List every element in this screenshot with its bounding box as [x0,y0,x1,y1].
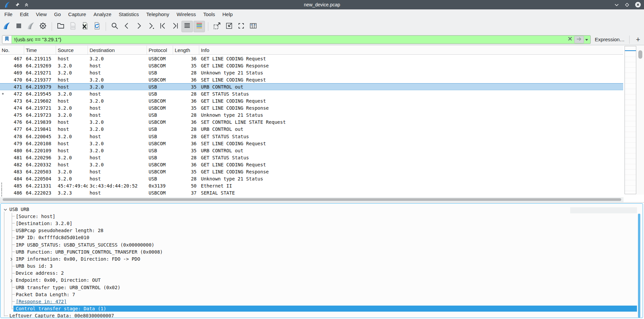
menu-view[interactable]: View [32,10,50,18]
vscrollbar-thumb[interactable] [638,50,642,59]
column-header-time[interactable]: Time [24,46,56,54]
zoom-in-button[interactable] [211,21,223,32]
detail-field[interactable]: URB Function: URB_FUNCTION_CONTROL_TRANS… [16,249,163,255]
column-header-no[interactable]: No. [0,46,24,54]
colorize-button[interactable] [194,21,205,32]
detail-row[interactable]: IRP USBD_STATUS: USBD_STATUS_SUCCESS (0x… [1,241,643,248]
packet-list-hscrollbar[interactable] [0,197,624,202]
close-file-button[interactable] [79,21,91,32]
column-header-proto[interactable]: Protocol [147,46,173,54]
detail-field[interactable]: IRP information: 0x00, Direction: FDO ->… [16,256,140,262]
detail-field[interactable]: Leftover Capture Data: 00e80300000007 [9,313,114,318]
last-packet-button[interactable] [169,21,181,32]
detail-row[interactable]: Packet Data Length: 7 [1,291,643,298]
menu-help[interactable]: Help [219,10,236,18]
detail-row[interactable]: Leftover Capture Data: 00e80300000007 [1,312,643,318]
packet-row[interactable]: 47564.2197233.2.0hostUSB28Unknown type 2… [0,112,623,119]
detail-row[interactable]: USB URB [1,206,643,213]
detail-row[interactable]: Endpoint: 0x00, Direction: OUT [1,277,643,284]
detail-field[interactable]: IRP USBD_STATUS: USBD_STATUS_SUCCESS (0x… [16,242,154,248]
pin-icon[interactable] [15,2,20,7]
packet-row[interactable]: 48364.2205033.2.0hostUSBCOM35GET LINE CO… [0,168,623,175]
packet-list-minimap[interactable] [625,46,636,194]
detail-row[interactable]: IRP information: 0x00, Direction: FDO ->… [1,255,643,262]
column-header-info[interactable]: Info [199,46,623,54]
save-file-button[interactable] [67,21,78,32]
detail-field[interactable]: [Destination: 3.2.0] [16,221,72,226]
detail-row[interactable]: Device address: 2 [1,270,643,277]
go-to-packet-button[interactable] [145,21,157,32]
packet-row[interactable]: 48264.220332host3.2.0USBCOM36GET LINE CO… [0,161,623,168]
detail-field[interactable]: URB transfer type: URB_CONTROL (0x02) [16,285,120,290]
detail-row[interactable]: IRP ID: 0xffffdc8d5d01e010 [1,234,643,241]
chevron-right-icon[interactable] [9,257,13,261]
auto-scroll-button[interactable] [181,21,193,32]
display-filter-input[interactable]: !(usb.src == "3.29.1") [12,37,566,42]
packet-row[interactable]: 46964.2192713.2.0hostUSB28Unknown type 2… [0,69,623,76]
packet-row[interactable]: 48064.220109host3.2.0USB35URB_CONTROL ou… [0,147,623,154]
detail-field[interactable]: [Source: host] [16,214,55,219]
detail-field[interactable]: Device address: 2 [16,270,64,276]
maximize-button[interactable] [625,2,630,7]
close-button[interactable] [635,1,641,8]
resize-columns-button[interactable] [248,21,259,32]
stop-capture-button[interactable] [13,21,24,32]
chevron-right-icon[interactable] [9,278,13,282]
packet-row[interactable]: 48664.2220233.2.3hostUSBCOM37SERIAL STAT… [0,190,623,197]
detail-field[interactable]: Endpoint: 0x00, Direction: OUT [16,277,101,283]
hscrollbar-thumb[interactable] [3,198,621,201]
go-forward-button[interactable] [133,21,145,32]
add-filter-button[interactable]: + [634,35,642,44]
column-header-len[interactable]: Length [173,46,199,54]
find-packet-button[interactable] [109,21,120,32]
detail-row[interactable]: URB transfer type: URB_CONTROL (0x02) [1,284,643,291]
restart-capture-button[interactable] [25,21,37,32]
menu-edit[interactable]: Edit [16,10,32,18]
filter-bookmark-button[interactable] [2,36,12,44]
menu-analyze[interactable]: Analyze [90,10,115,18]
zoom-out-button[interactable] [223,21,235,32]
packet-list-header[interactable]: No.TimeSourceDestinationProtocolLengthIn… [0,46,623,55]
packet-row[interactable]: 46764.219115host3.2.0USBCOM36GET LINE CO… [0,55,623,62]
packet-row[interactable]: 47064.219377host3.2.0USBCOM36SET LINE CO… [0,76,623,83]
packet-row[interactable]: 47664.219839host3.2.0USBCOM36SET CONTROL… [0,119,623,126]
menu-file[interactable]: File [1,10,16,18]
packet-row[interactable]: 47364.219602host3.2.0USBCOM36GET LINE CO… [0,98,623,105]
packet-row[interactable]: 47164.219379host3.2.0USB35URB_CONTROL ou… [0,83,623,90]
packet-row[interactable]: 48564.22133145:47:49:4d…3c:43:4d:44:20:5… [0,182,623,190]
column-header-dst[interactable]: Destination [88,46,147,54]
normal-size-button[interactable] [235,21,247,32]
packet-row[interactable]: 47264.2195453.2.0hostUSB28GET STATUS Sta… [0,90,623,97]
detail-field[interactable]: Packet Data Length: 7 [16,292,75,297]
packet-row[interactable]: 47964.220108host3.2.0USBCOM36SET LINE CO… [0,140,623,147]
packet-row[interactable]: 47464.2197213.2.0hostUSBCOM35GET LINE CO… [0,105,623,112]
chevron-down-icon[interactable] [3,207,7,211]
packet-row[interactable]: 47764.219841host3.2.0USB28URB_CONTROL ou… [0,126,623,133]
menu-telephony[interactable]: Telephony [143,10,173,18]
start-capture-button[interactable] [1,21,12,32]
go-back-button[interactable] [121,21,132,32]
detail-row[interactable]: URB bus id: 3 [1,263,643,270]
packet-row[interactable]: 47864.2200453.2.0hostUSB28GET STATUS Sta… [0,133,623,140]
shade-up-icon[interactable] [24,2,29,7]
detail-field[interactable]: USBPcap pseudoheader length: 28 [16,228,103,233]
detail-vscrollbar-thumb[interactable] [638,214,640,318]
filter-apply-button[interactable] [574,36,584,43]
detail-link-field[interactable]: [Response in: 472] [16,299,67,304]
packet-list-vscrollbar[interactable] [637,46,644,195]
detail-row[interactable]: URB Function: URB_FUNCTION_CONTROL_TRANS… [1,248,643,255]
capture-options-button[interactable] [37,21,49,32]
packet-row[interactable]: 46864.2192693.2.0hostUSBCOM35GET LINE CO… [0,62,623,69]
display-filter-field[interactable]: !(usb.src == "3.29.1") [2,35,591,44]
first-packet-button[interactable] [157,21,169,32]
menu-tools[interactable]: Tools [200,10,219,18]
menu-statistics[interactable]: Statistics [115,10,143,18]
packet-row[interactable]: 48464.2205043.2.0hostUSB28Unknown type 2… [0,175,623,182]
detail-row[interactable]: [Destination: 3.2.0] [1,220,643,227]
filter-dropdown-caret[interactable] [584,36,589,43]
menu-wireless[interactable]: Wireless [173,10,200,18]
menu-go[interactable]: Go [50,10,64,18]
detail-selected-field[interactable]: Control transfer stage: Data (1) [13,306,637,312]
minimize-button[interactable] [614,2,620,8]
detail-row[interactable]: USBPcap pseudoheader length: 28 [1,227,643,234]
